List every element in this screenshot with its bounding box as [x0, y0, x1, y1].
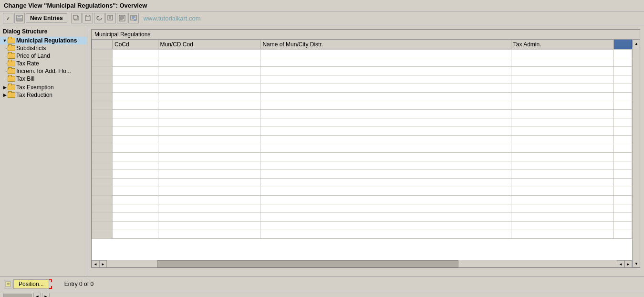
nav-scroll-thumb[interactable]	[3, 294, 31, 297]
h-scroll-right-btn2[interactable]: ►	[624, 260, 632, 267]
table-cell[interactable]	[158, 101, 260, 110]
sidebar-item-tax-rate[interactable]: · Tax Rate	[0, 60, 87, 67]
table-row[interactable]	[92, 196, 632, 204]
table-row[interactable]	[92, 136, 632, 144]
table-cell[interactable]	[511, 84, 613, 93]
paste-button[interactable]	[83, 13, 93, 23]
table-cell[interactable]	[511, 213, 613, 222]
table-cell[interactable]	[112, 144, 158, 153]
table-cell[interactable]	[511, 187, 613, 196]
table-cell[interactable]	[158, 93, 260, 101]
table-cell[interactable]	[260, 187, 511, 196]
find-button[interactable]	[105, 13, 116, 23]
table-cell[interactable]	[158, 75, 260, 84]
table-cell[interactable]	[158, 153, 260, 161]
table-cell[interactable]	[158, 170, 260, 179]
table-cell[interactable]	[260, 153, 511, 161]
v-scroll-up-btn[interactable]: ▲	[633, 40, 640, 47]
h-scroll-right-btn[interactable]: ►	[99, 260, 107, 267]
col-resize-header[interactable]	[613, 40, 632, 49]
table-row[interactable]	[92, 230, 632, 239]
table-cell[interactable]	[112, 136, 158, 144]
table-cell[interactable]	[511, 93, 613, 101]
table-cell[interactable]	[511, 153, 613, 161]
sidebar-item-tax-reduction[interactable]: ▶ Tax Reduction	[0, 91, 87, 99]
table-row[interactable]	[92, 144, 632, 153]
table-cell[interactable]	[112, 101, 158, 110]
table-cell[interactable]	[260, 84, 511, 93]
table-cell[interactable]	[511, 170, 613, 179]
table-cell[interactable]	[260, 93, 511, 101]
sidebar-item-subdistricts[interactable]: · Subdistricts	[0, 44, 87, 52]
table-row[interactable]	[92, 153, 632, 161]
table-cell[interactable]	[158, 204, 260, 213]
table-cell[interactable]	[158, 196, 260, 204]
table-cell[interactable]	[511, 136, 613, 144]
table-cell[interactable]	[158, 118, 260, 127]
table-cell[interactable]	[158, 67, 260, 75]
table-row[interactable]	[92, 179, 632, 187]
table-cell[interactable]	[112, 118, 158, 127]
table-row[interactable]	[92, 93, 632, 101]
table-cell[interactable]	[260, 161, 511, 170]
table-cell[interactable]	[260, 179, 511, 187]
table-row[interactable]	[92, 213, 632, 222]
table-row[interactable]	[92, 187, 632, 196]
table-cell[interactable]	[158, 58, 260, 67]
table-cell[interactable]	[260, 204, 511, 213]
table-cell[interactable]	[158, 127, 260, 136]
table-row[interactable]	[92, 161, 632, 170]
new-entries-button[interactable]: New Entries	[26, 13, 67, 23]
table-cell[interactable]	[511, 110, 613, 118]
table-cell[interactable]	[260, 144, 511, 153]
table-row[interactable]	[92, 58, 632, 67]
table-row[interactable]	[92, 204, 632, 213]
v-scroll-down-btn[interactable]: ▼	[633, 260, 640, 267]
table-cell[interactable]	[112, 58, 158, 67]
nav-left-btn[interactable]: ◄	[33, 293, 41, 297]
table-cell[interactable]	[112, 93, 158, 101]
table-cell[interactable]	[158, 179, 260, 187]
check-button[interactable]: ✓	[3, 13, 13, 23]
table-cell[interactable]	[112, 187, 158, 196]
table-cell[interactable]	[511, 179, 613, 187]
table-cell[interactable]	[112, 110, 158, 118]
table-cell[interactable]	[511, 127, 613, 136]
table-row[interactable]	[92, 118, 632, 127]
table-cell[interactable]	[112, 170, 158, 179]
table-cell[interactable]	[260, 110, 511, 118]
sidebar-item-price-of-land[interactable]: · Price of Land	[0, 52, 87, 60]
table-cell[interactable]	[112, 84, 158, 93]
table-cell[interactable]	[112, 222, 158, 230]
table-cell[interactable]	[260, 127, 511, 136]
table-cell[interactable]	[112, 153, 158, 161]
table-cell[interactable]	[511, 230, 613, 239]
sidebar-item-tax-exemption[interactable]: ▶ Tax Exemption	[0, 84, 87, 91]
table-cell[interactable]	[260, 101, 511, 110]
table-cell[interactable]	[158, 230, 260, 239]
table-cell[interactable]	[511, 222, 613, 230]
table-cell[interactable]	[511, 196, 613, 204]
table-row[interactable]	[92, 67, 632, 75]
table-row[interactable]	[92, 75, 632, 84]
h-scroll-track[interactable]	[107, 260, 609, 267]
table-cell[interactable]	[112, 161, 158, 170]
save-button[interactable]	[14, 13, 25, 23]
table-cell[interactable]	[260, 58, 511, 67]
sidebar-item-tax-bill[interactable]: · Tax Bill	[0, 75, 87, 83]
table-cell[interactable]	[112, 179, 158, 187]
table-row[interactable]	[92, 101, 632, 110]
export-button[interactable]	[128, 13, 139, 23]
h-scroll-left-btn2[interactable]: ◄	[617, 260, 624, 267]
table-cell[interactable]	[511, 118, 613, 127]
table-cell[interactable]	[112, 75, 158, 84]
v-scroll-track[interactable]	[633, 47, 640, 260]
table-cell[interactable]	[112, 50, 158, 58]
table-cell[interactable]	[112, 213, 158, 222]
table-cell[interactable]	[158, 50, 260, 58]
table-cell[interactable]	[511, 144, 613, 153]
table-cell[interactable]	[511, 67, 613, 75]
table-cell[interactable]	[260, 136, 511, 144]
table-cell[interactable]	[260, 213, 511, 222]
sidebar-item-increm-add-flo[interactable]: · Increm. for Add. Flo...	[0, 67, 87, 75]
